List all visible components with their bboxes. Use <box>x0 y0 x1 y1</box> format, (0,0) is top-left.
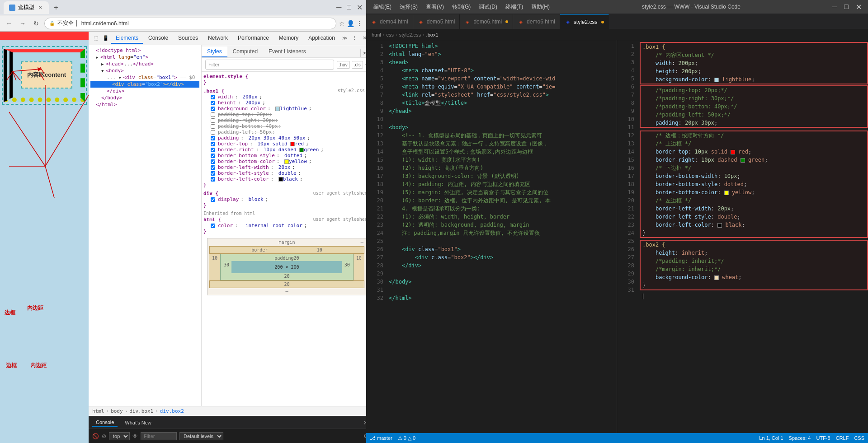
console-level-select[interactable]: Default levels <box>179 432 223 440</box>
tab-elements[interactable]: Elements <box>111 33 143 44</box>
prop-border-bottom-color-checkbox[interactable] <box>211 159 215 164</box>
html-node-html[interactable]: ▶<html lang="en"> <box>90 54 199 61</box>
menu-debug[interactable]: 调试(D) <box>475 2 501 12</box>
forward-button[interactable]: → <box>17 18 28 29</box>
close-button[interactable]: ✕ <box>357 3 363 12</box>
tab-sources[interactable]: Sources <box>174 33 203 44</box>
profile-button[interactable]: 👤 <box>347 20 354 27</box>
console-top-select[interactable]: top <box>109 432 130 440</box>
tab-close-button[interactable]: ✕ <box>37 5 43 11</box>
cls-filter-button[interactable]: .cls <box>352 61 363 69</box>
devtools-more-button[interactable]: ≫ <box>340 34 349 43</box>
maximize-button[interactable]: □ <box>347 3 351 12</box>
tab-application[interactable]: Application <box>304 33 340 44</box>
html-editor-content[interactable]: <!DOCTYPE html> <html lang="en"> <head> … <box>387 40 617 433</box>
prop-border-left-width-checkbox[interactable] <box>211 165 215 170</box>
vscode-maximize[interactable]: □ <box>841 3 851 11</box>
tab-styles[interactable]: Styles <box>202 47 227 57</box>
prop-height-checkbox[interactable] <box>211 101 215 105</box>
bc-div-box1[interactable]: div.box1 <box>129 408 153 414</box>
prop-bgcolor-checkbox[interactable] <box>211 107 215 111</box>
back-button[interactable]: ← <box>4 18 14 29</box>
statusbar-encoding[interactable]: UTF-8 <box>816 435 830 441</box>
prop-border-top-checkbox[interactable] <box>211 142 215 146</box>
reload-button[interactable]: ↻ <box>31 18 42 29</box>
prop-border-bottom-style-checkbox[interactable] <box>211 154 215 158</box>
html-style-rule: html { user agent stylesheet color: -int… <box>203 217 366 234</box>
vscode-tab-demo4[interactable]: ◈ demo4.html <box>366 14 413 29</box>
prop-border-right-checkbox[interactable] <box>211 148 215 152</box>
bc-div-box2[interactable]: div.box2 <box>160 408 184 414</box>
devtools-inspect-button[interactable]: ⬚ <box>91 34 100 43</box>
html-node-div-box2[interactable]: <div class="box2"></div> <box>90 81 199 88</box>
whats-new-tab[interactable]: What's New <box>121 419 155 426</box>
bookmark-button[interactable]: ☆ <box>339 20 345 27</box>
menu-help[interactable]: 帮助(H) <box>528 2 553 12</box>
html-editor-pane: 1 2 3 4 5 6 7 8 9 10 11 12 13 14 15 16 1 <box>366 40 617 433</box>
prop-border-left-color-checkbox[interactable] <box>211 177 215 182</box>
menu-edit[interactable]: 编辑(E) <box>370 2 395 12</box>
console-tab[interactable]: Console <box>92 419 118 427</box>
filter-more-button[interactable]: ≫ <box>360 49 366 57</box>
tab-network[interactable]: Network <box>203 33 232 44</box>
tab-computed[interactable]: Computed <box>227 47 263 57</box>
code-line-21: 4. 根据是否继承可以分为一类: <box>389 205 617 213</box>
statusbar-spaces[interactable]: Spaces: 4 <box>789 435 811 441</box>
prop-display-checkbox[interactable] <box>211 197 215 202</box>
vscode-tab-demo6a[interactable]: ◈ demo6.html <box>460 14 513 29</box>
bc-html[interactable]: html <box>92 408 104 414</box>
css-line-21: border-left-width: 20px; <box>642 205 865 213</box>
vscode-tab-demo5[interactable]: ◈ demo5.html <box>413 14 460 29</box>
address-url: html.cn/demo6.html <box>81 20 129 27</box>
tab-demo6a-label: demo6.html <box>473 19 502 25</box>
statusbar-branch[interactable]: ⎇ master <box>370 435 392 441</box>
prop-width-checkbox[interactable] <box>211 95 215 99</box>
new-tab-button[interactable]: + <box>51 2 61 13</box>
statusbar-eol[interactable]: CRLF <box>836 435 849 441</box>
css-editor-content[interactable]: .box1 { /* 内容区content */ width: 200px; h… <box>638 40 868 433</box>
browser-tab[interactable]: 盒模型 ✕ <box>4 1 49 14</box>
address-bar[interactable]: 🔒 不安全 │ html.cn/demo6.html <box>44 18 336 29</box>
prop-padding-bottom-checkbox[interactable] <box>211 124 215 129</box>
menu-goto[interactable]: 转到(G) <box>448 2 474 12</box>
minimize-button[interactable]: ─ <box>336 3 341 12</box>
vscode-tab-style2[interactable]: ◈ style2.css <box>560 14 609 29</box>
devtools-mobile-button[interactable]: 📱 <box>101 34 110 43</box>
tab-event-listeners[interactable]: Event Listeners <box>263 47 311 57</box>
statusbar-line-col[interactable]: Ln 1, Col 1 <box>759 435 783 441</box>
statusbar-errors[interactable]: ⚠ 0 △ 0 <box>398 435 415 441</box>
hover-filter-button[interactable]: :hov <box>337 61 350 69</box>
prop-color-checkbox[interactable] <box>211 224 215 228</box>
menu-select[interactable]: 选择(S) <box>396 2 421 12</box>
console-filter-input[interactable] <box>141 432 177 440</box>
menu-view[interactable]: 查看(V) <box>422 2 448 12</box>
prop-padding-right-checkbox[interactable] <box>211 118 215 123</box>
devtools-settings-button[interactable]: ⋮ <box>350 34 359 43</box>
tab-console[interactable]: Console <box>144 33 173 44</box>
vscode-close[interactable]: ✕ <box>853 3 864 11</box>
console-filter-button[interactable]: ⊘ <box>102 433 106 439</box>
vscode-tab-demo6b[interactable]: ◈ demo6.html <box>513 14 560 29</box>
html-node-div-box1[interactable]: ... ▼<div class="box1"> == $0 <box>90 74 199 81</box>
html-node-head[interactable]: ▶<head>...</head> <box>90 61 199 67</box>
console-close-button[interactable]: ✕ <box>363 419 366 426</box>
vscode-minimize[interactable]: ─ <box>829 3 840 11</box>
console-eye-button[interactable]: 👁 <box>132 433 138 439</box>
devtools-close-button[interactable]: ✕ <box>360 34 366 43</box>
bc-body[interactable]: body <box>111 408 123 414</box>
tab-performance[interactable]: Performance <box>233 33 274 44</box>
styles-panel: Styles Computed Event Listeners ≫ :hov .… <box>202 45 366 406</box>
tab-memory[interactable]: Memory <box>274 33 303 44</box>
console-clear-button[interactable]: 🚫 <box>92 433 99 439</box>
prop-border-left-style-checkbox[interactable] <box>211 171 215 176</box>
prop-padding-left-checkbox[interactable] <box>211 130 215 135</box>
div-style-rule: div { user agent stylesheet display: blo… <box>203 191 366 208</box>
statusbar-lang[interactable]: CSS <box>854 435 864 441</box>
styles-filter-input[interactable] <box>205 60 334 70</box>
html-node-body[interactable]: ▼<body> <box>90 67 199 74</box>
menu-button[interactable]: ⋮ <box>356 20 363 27</box>
prop-padding-checkbox[interactable] <box>211 136 215 140</box>
prop-padding-top-checkbox[interactable] <box>211 112 215 117</box>
menu-terminal[interactable]: 终端(T) <box>502 2 527 12</box>
svg-line-2 <box>13 71 24 80</box>
